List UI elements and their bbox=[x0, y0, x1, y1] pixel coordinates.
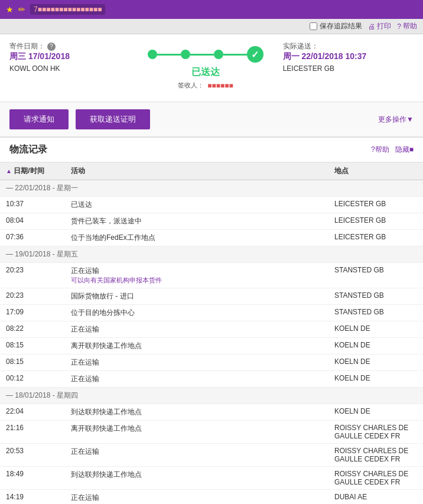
save-checkbox-label[interactable]: 保存追踪结果 bbox=[310, 21, 362, 31]
ship-date-help-icon[interactable]: ? bbox=[47, 43, 56, 51]
cell-location: STANSTED GB bbox=[328, 263, 423, 288]
activity-text: 正在运输 bbox=[71, 493, 99, 502]
activity-text: 正在运输 bbox=[71, 447, 99, 456]
table-row: 10:37 已送达 LEICESTER GB bbox=[0, 197, 423, 213]
cell-time: 22:04 bbox=[0, 404, 65, 421]
activity-text: 正在运输 bbox=[71, 375, 99, 383]
cell-time: 08:22 bbox=[0, 321, 65, 338]
cell-time: 07:36 bbox=[0, 230, 65, 246]
tracking-table: ▲ 日期/时间 活动 地点 — 22/01/2018 - 星期一 10:37 已… bbox=[0, 162, 423, 504]
cell-time: 17:09 bbox=[0, 305, 65, 321]
activity-text: 国际货物放行 - 进口 bbox=[71, 292, 134, 300]
table-row: 20:23 正在运输可以向有关国家机构申报本货件 STANSTED GB bbox=[0, 263, 423, 288]
table-row: 00:12 正在运输 KOELN DE bbox=[0, 371, 423, 388]
proof-button[interactable]: 获取递送证明 bbox=[76, 109, 150, 129]
print-icon: 🖨 bbox=[368, 22, 375, 31]
top-bar: ★ ✏ 7■■■■■■■■■■■■■■■ bbox=[0, 0, 423, 19]
cell-location: LEICESTER GB bbox=[328, 213, 423, 230]
table-row: 18:49 到达联邦快递工作地点 ROISSY CHARLES DE GAULL… bbox=[0, 467, 423, 490]
date-separator-cell: — 22/01/2018 - 星期一 bbox=[0, 180, 423, 197]
date-separator-cell: — 18/01/2018 - 星期四 bbox=[0, 388, 423, 404]
cell-time: 08:15 bbox=[0, 338, 65, 355]
activity-text: 到达联邦快递工作地点 bbox=[71, 408, 142, 416]
col-activity: 活动 bbox=[65, 162, 328, 180]
cell-activity: 正在运输 bbox=[65, 355, 328, 371]
cell-location: KOELN DE bbox=[328, 338, 423, 355]
table-row: 20:23 国际货物放行 - 进口 STANSTED GB bbox=[0, 288, 423, 305]
date-separator-row: — 18/01/2018 - 星期四 bbox=[0, 388, 423, 404]
save-checkbox[interactable] bbox=[310, 22, 317, 30]
cell-time: 21:16 bbox=[0, 421, 65, 444]
logistics-hide-link[interactable]: 隐藏■ bbox=[395, 145, 414, 155]
line-3 bbox=[223, 54, 247, 56]
cell-location: LEICESTER GB bbox=[328, 197, 423, 213]
col-location: 地点 bbox=[328, 162, 423, 180]
activity-text: 已送达 bbox=[71, 200, 92, 209]
table-row: 08:15 离开联邦快递工作地点 KOELN DE bbox=[0, 338, 423, 355]
dot-3 bbox=[214, 50, 223, 59]
delivery-date-block: 实际递送： 周一 22/01/2018 10:37 LEICESTER GB bbox=[271, 41, 414, 95]
table-row: 17:09 位于目的地分拣中心 STANSTED GB bbox=[0, 305, 423, 321]
cell-location: ROISSY CHARLES DE GAULLE CEDEX FR bbox=[328, 421, 423, 444]
cell-activity: 到达联邦快递工作地点 bbox=[65, 404, 328, 421]
actions-section: 请求通知 获取递送证明 更多操作▼ bbox=[0, 102, 423, 138]
activity-subnote: 可以向有关国家机构申报本货件 bbox=[71, 277, 162, 284]
cell-activity: 位于当地的FedEx工作地点 bbox=[65, 230, 328, 246]
cell-time: 20:53 bbox=[0, 444, 65, 467]
cell-time: 10:37 bbox=[0, 197, 65, 213]
save-label: 保存追踪结果 bbox=[320, 21, 362, 31]
line-1 bbox=[157, 54, 181, 56]
table-row: 08:22 正在运输 KOELN DE bbox=[0, 321, 423, 338]
cell-location: ROISSY CHARLES DE GAULLE CEDEX FR bbox=[328, 444, 423, 467]
table-row: 14:19 正在运输 DUBAI AE bbox=[0, 490, 423, 505]
ship-date-block: 寄件日期： ? 周三 17/01/2018 KOWL OON HK bbox=[9, 41, 140, 95]
table-row: 07:36 位于当地的FedEx工作地点 LEICESTER GB bbox=[0, 230, 423, 246]
top-right-bar: 保存追踪结果 🖨 打印 ? 帮助 bbox=[0, 19, 423, 34]
col-datetime: ▲ 日期/时间 bbox=[0, 162, 65, 180]
activity-text: 离开联邦快递工作地点 bbox=[71, 342, 142, 350]
print-link[interactable]: 🖨 打印 bbox=[368, 21, 391, 31]
edit-icon[interactable]: ✏ bbox=[18, 5, 25, 14]
cell-activity: 离开联邦快递工作地点 bbox=[65, 421, 328, 444]
line-2 bbox=[190, 54, 214, 56]
cell-time: 08:04 bbox=[0, 213, 65, 230]
sort-arrow-icon[interactable]: ▲ bbox=[6, 168, 12, 174]
signer-name: ■■■■■■ bbox=[207, 82, 233, 90]
cell-location: LEICESTER GB bbox=[328, 230, 423, 246]
cell-location: KOELN DE bbox=[328, 404, 423, 421]
cell-activity: 正在运输 bbox=[65, 444, 328, 467]
table-row: 08:15 正在运输 KOELN DE bbox=[0, 355, 423, 371]
cell-time: 18:49 bbox=[0, 467, 65, 490]
more-ops-link[interactable]: 更多操作▼ bbox=[378, 115, 414, 125]
logistics-header: 物流记录 ?帮助 隐藏■ bbox=[0, 138, 423, 162]
logistics-help-link[interactable]: ?帮助 bbox=[371, 145, 389, 155]
notify-button[interactable]: 请求通知 bbox=[9, 109, 69, 129]
cell-time: 14:19 bbox=[0, 490, 65, 505]
cell-time: 20:23 bbox=[0, 288, 65, 305]
tracking-visual-block: ✓ 已送达 签收人： ■■■■■■ bbox=[140, 41, 271, 95]
date-separator-cell: — 19/01/2018 - 星期五 bbox=[0, 246, 423, 263]
cell-activity: 位于目的地分拣中心 bbox=[65, 305, 328, 321]
cell-activity: 正在运输可以向有关国家机构申报本货件 bbox=[65, 263, 328, 288]
star-icon[interactable]: ★ bbox=[6, 5, 14, 14]
help-link[interactable]: ? 帮助 bbox=[397, 21, 417, 31]
activity-text: 正在运输 bbox=[71, 358, 99, 366]
cell-location: STANSTED GB bbox=[328, 288, 423, 305]
logistics-title: 物流记录 bbox=[9, 144, 47, 156]
table-row: 22:04 到达联邦快递工作地点 KOELN DE bbox=[0, 404, 423, 421]
activity-text: 位于当地的FedEx工作地点 bbox=[71, 233, 155, 242]
cell-activity: 正在运输 bbox=[65, 371, 328, 388]
dot-1 bbox=[148, 50, 157, 59]
cell-location: KOELN DE bbox=[328, 321, 423, 338]
activity-text: 正在运输 bbox=[71, 266, 99, 275]
info-section: 寄件日期： ? 周三 17/01/2018 KOWL OON HK ✓ 已送达 bbox=[0, 34, 423, 102]
table-row: 21:16 离开联邦快递工作地点 ROISSY CHARLES DE GAULL… bbox=[0, 421, 423, 444]
tracking-number: 7■■■■■■■■■■■■■■■ bbox=[30, 4, 105, 15]
cell-activity: 离开联邦快递工作地点 bbox=[65, 338, 328, 355]
logistics-section: 物流记录 ?帮助 隐藏■ ▲ 日期/时间 活动 地点 — 22/01/2018 … bbox=[0, 138, 423, 504]
date-separator-row: — 19/01/2018 - 星期五 bbox=[0, 246, 423, 263]
activity-text: 离开联邦快递工作地点 bbox=[71, 424, 142, 433]
table-row: 08:04 货件已装车，派送途中 LEICESTER GB bbox=[0, 213, 423, 230]
cell-time: 20:23 bbox=[0, 263, 65, 288]
activity-text: 货件已装车，派送途中 bbox=[71, 217, 142, 225]
